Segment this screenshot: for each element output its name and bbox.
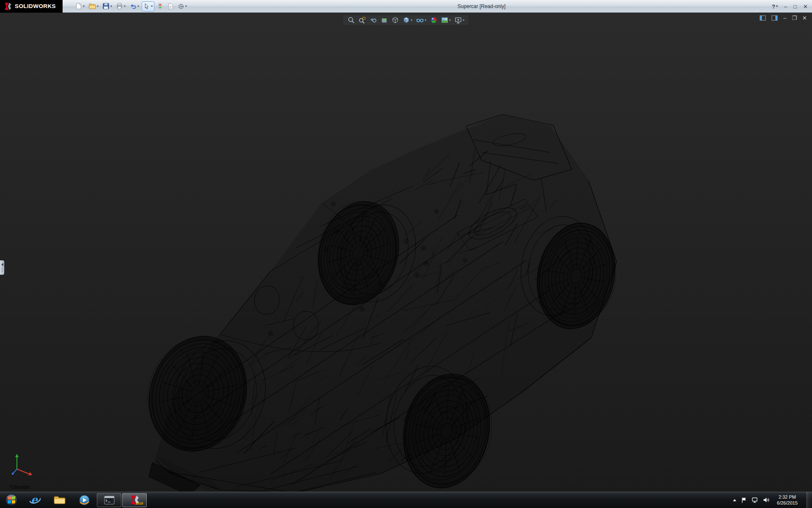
dropdown-caret-icon: ▾	[776, 5, 778, 8]
undo-icon	[129, 3, 137, 10]
system-tray: 2:32 PM 6/26/2015	[733, 492, 812, 508]
dropdown-caret-icon: ▾	[83, 5, 85, 8]
zoom-to-fit-button[interactable]	[348, 17, 355, 24]
rebuild-button[interactable]	[156, 1, 165, 11]
action-center-flag-icon[interactable]	[741, 497, 747, 503]
save-floppy-icon	[102, 3, 110, 10]
view-orientation-label: *Dimetric	[9, 484, 30, 490]
dropdown-caret-icon: ▾	[137, 5, 139, 8]
doc-restore-button[interactable]: ❐	[792, 15, 797, 21]
dropdown-caret-icon: ▾	[110, 5, 112, 8]
document-title: Supercar [Read-only]	[458, 0, 505, 13]
dropdown-caret-icon: ▾	[411, 19, 412, 22]
dropdown-caret-icon: ▾	[151, 5, 153, 8]
titlebar: SOLIDWORKS ▾ ▾ ▾	[0, 0, 812, 13]
dropdown-caret-icon: ▾	[185, 5, 187, 8]
select-cursor-icon	[143, 3, 150, 10]
heads-up-view-toolbar: ▾ ▾ ▾	[343, 15, 469, 25]
select-button[interactable]: ▾	[142, 1, 154, 11]
quick-access-toolbar: ▾ ▾ ▾ ▾ ▾	[74, 0, 188, 12]
media-player-icon	[79, 494, 90, 506]
dropdown-caret-icon: ▾	[463, 19, 464, 22]
clock-date: 6/26/2015	[777, 500, 798, 506]
rebuild-traffic-light-icon	[157, 3, 163, 10]
triad-y-axis-icon	[15, 454, 19, 457]
new-document-button[interactable]: ▾	[74, 1, 86, 11]
hide-show-items-button[interactable]: ▾	[416, 17, 426, 23]
splitter-dots-icon: •••	[2, 267, 3, 272]
solidworks-gem-icon	[3, 2, 12, 11]
solidworks-menu-logo[interactable]: SOLIDWORKS	[0, 0, 63, 13]
taskbar-internet-explorer[interactable]: e	[23, 492, 47, 508]
taskbar: e 2	[0, 491, 812, 508]
edit-appearance-button[interactable]	[430, 17, 437, 24]
file-properties-icon	[167, 3, 174, 10]
hide-show-glasses-icon	[416, 17, 424, 23]
view-settings-icon	[455, 17, 462, 24]
start-button[interactable]	[0, 492, 23, 508]
document-window-controls: – ❐ ✕	[760, 15, 807, 21]
apply-scene-button[interactable]: ▾	[441, 17, 451, 23]
minimize-button[interactable]: –	[784, 4, 787, 9]
options-gear-icon	[178, 3, 184, 10]
display-style-button[interactable]: ▾	[403, 17, 412, 24]
view-orientation-cube-icon	[392, 17, 399, 24]
taskbar-windows-explorer[interactable]	[47, 492, 72, 508]
orientation-triad	[11, 452, 36, 478]
file-properties-button[interactable]	[166, 1, 175, 11]
clock-time: 2:32 PM	[779, 494, 796, 500]
expand-pane-arrow-icon	[1, 263, 3, 266]
undo-button[interactable]: ▾	[128, 1, 140, 11]
internet-explorer-icon: e	[29, 494, 41, 506]
section-view-icon	[381, 17, 388, 24]
show-desktop-button[interactable]	[807, 492, 812, 508]
close-button[interactable]: ✕	[803, 4, 808, 9]
svg-text:e: e	[31, 494, 38, 506]
solidworks-year-badge: 2015	[135, 502, 143, 505]
folder-icon	[53, 495, 66, 505]
featuremanager-collapsed-tab[interactable]: •••	[0, 260, 4, 275]
car-wireframe-model	[0, 13, 812, 491]
task-pane-toggle-icon[interactable]	[771, 15, 778, 21]
dropdown-caret-icon: ▾	[449, 19, 451, 22]
print-icon	[116, 3, 123, 10]
previous-view-button[interactable]	[370, 17, 377, 24]
dropdown-caret-icon: ▾	[124, 5, 126, 8]
open-button[interactable]: ▾	[87, 1, 100, 11]
show-hidden-icons-button[interactable]	[733, 499, 736, 501]
taskbar-media-player[interactable]	[72, 492, 96, 508]
taskbar-clock[interactable]: 2:32 PM 6/26/2015	[774, 494, 800, 506]
save-button[interactable]: ▾	[101, 1, 113, 11]
new-document-icon	[75, 3, 82, 10]
apply-scene-icon	[441, 17, 448, 23]
taskbar-command-prompt[interactable]	[97, 493, 121, 507]
help-button[interactable]: ? ▾	[772, 3, 778, 10]
graphics-viewport[interactable]: ▾ ▾ ▾	[0, 13, 812, 491]
maximize-button[interactable]: □	[793, 4, 797, 9]
windows-start-orb-icon	[5, 493, 18, 507]
view-orientation-button[interactable]	[392, 17, 399, 24]
appearance-ball-icon	[430, 17, 437, 24]
open-folder-icon	[88, 3, 96, 10]
taskbar-solidworks-2015[interactable]: 2015	[122, 493, 147, 507]
display-style-icon	[403, 17, 410, 24]
zoom-to-area-button[interactable]	[359, 17, 366, 24]
view-settings-button[interactable]: ▾	[455, 17, 464, 24]
section-view-button[interactable]	[381, 17, 388, 24]
feature-pane-toggle-icon[interactable]	[760, 15, 766, 21]
zoom-to-fit-icon	[348, 17, 355, 24]
volume-icon[interactable]	[763, 497, 770, 503]
command-prompt-icon	[104, 496, 115, 505]
options-button[interactable]: ▾	[176, 1, 188, 11]
help-label: ?	[772, 3, 775, 10]
network-icon[interactable]	[752, 497, 758, 503]
titlebar-controls: ? ▾ – □ ✕	[772, 0, 808, 13]
solidworks-logo-text: SOLIDWORKS	[15, 3, 56, 9]
dropdown-caret-icon: ▾	[425, 19, 426, 22]
zoom-to-area-icon	[359, 17, 366, 24]
doc-minimize-button[interactable]: –	[783, 15, 786, 21]
print-button[interactable]: ▾	[115, 1, 127, 11]
triad-z-axis-icon	[12, 473, 14, 475]
doc-close-button[interactable]: ✕	[802, 15, 807, 21]
previous-view-icon	[370, 17, 377, 24]
